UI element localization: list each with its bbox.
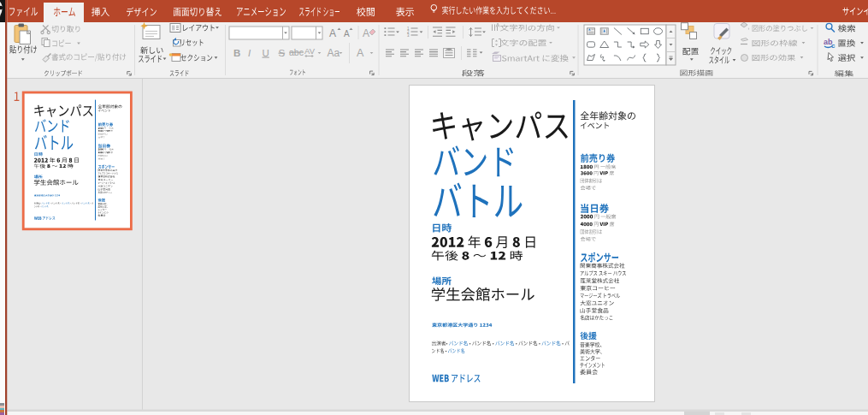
svg-text:B: B — [233, 48, 240, 58]
svg-text:AV: AV — [304, 46, 316, 56]
svg-text:A: A — [344, 29, 350, 39]
svg-text:A: A — [329, 27, 336, 39]
svg-text:U: U — [263, 48, 269, 58]
svg-text:S: S — [279, 48, 286, 58]
svg-text:A: A — [363, 27, 369, 39]
svg-text:Aa: Aa — [328, 47, 340, 59]
svg-text:c: c — [831, 42, 836, 50]
svg-text:A: A — [357, 47, 364, 59]
svg-text:abc: abc — [289, 47, 304, 57]
